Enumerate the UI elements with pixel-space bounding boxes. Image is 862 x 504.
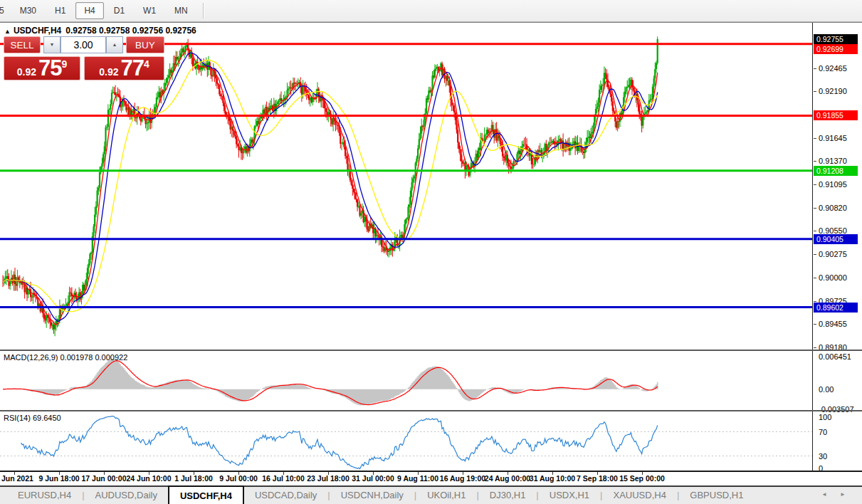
volume-increase-button[interactable]: ▲ [106,36,123,53]
macd-axis-label: 0.006451 [819,352,851,361]
main-macd-separator[interactable] [0,350,862,351]
price-tick-label: 0.92465 [819,64,847,73]
chart-tab-audusd[interactable]: AUDUSD,Daily [85,487,168,504]
time-tick-label: 7 Sep 18:00 [577,474,618,483]
price-tick-mark [814,68,816,69]
rsi-axis-label: 100 [819,413,831,421]
rsi-timeaxis-separator [0,471,862,472]
rsi-indicator-label: RSI(14) 69.6450 [4,414,61,422]
chart-ohlc-quotes: 0.92758 0.92758 0.92756 0.92756 [65,26,196,36]
price-tick-label: 0.91095 [819,180,847,189]
chevron-up-icon: ▲ [112,42,117,47]
volume-decrease-button[interactable]: ▼ [43,36,61,53]
price-tick-mark [814,347,816,348]
macd-indicator-label: MACD(12,26,9) 0.001978 0.000922 [4,353,127,362]
rsi-axis-label: 70 [819,428,827,436]
price-tick-label: 0.90000 [819,273,847,282]
chart-tab-usdcnh[interactable]: USDCNH,Daily [330,487,414,504]
time-tick-label: 1 Jul 18:00 [174,474,213,483]
buy-price-prefix: 0.92 [99,66,118,78]
chart-tab-usdcad[interactable]: USDCAD,Daily [244,487,327,504]
arrow-right-icon: ► [840,491,846,498]
time-axis[interactable]: 2 Jun 20219 Jun 18:0017 Jun 00:0024 Jun … [0,472,862,485]
chevron-down-icon: ▼ [50,42,55,47]
volume-field[interactable]: 3.00 [61,36,106,53]
price-tick-mark [814,161,816,162]
sell-price-prefix: 0.92 [17,66,36,78]
rsi-layer [0,416,812,469]
macd-layer [3,359,658,406]
time-tick-label: 31 Jul 00:00 [352,474,394,483]
tab-scroll-left-button[interactable]: ◄ [819,489,830,500]
sell-button[interactable]: SELL [4,36,41,53]
time-tick-label: 9 Jul 00:00 [219,474,258,483]
chart-tab-ukoil[interactable]: UKOil,H1 [416,487,476,504]
price-tick-mark [814,278,816,278]
chart-tab-eurusd[interactable]: EURUSD,H4 [7,487,82,504]
price-level-badge: 0.92755 [814,34,858,44]
time-tick-label: 23 Jul 18:00 [307,474,349,483]
price-tick-label: 0.91370 [819,157,847,165]
time-tick-label: 24 Aug 00:00 [485,474,530,483]
chart-symbol-period: USDCHF,H4 [14,26,61,36]
chart-tab-xauusd[interactable]: XAUUSD,H4 [603,487,677,504]
time-tick-label: 24 Jun 10:00 [126,474,171,483]
sell-price-pipette: 9 [61,58,67,80]
buy-price-display[interactable]: 0.92774 [84,56,164,80]
price-tick-mark [814,324,816,325]
price-tick-mark [814,91,816,92]
macd-rsi-separator[interactable] [0,410,862,411]
moving-averages-layer [3,48,658,325]
sell-price-display[interactable]: 0.92759 [4,56,80,80]
buy-button[interactable]: BUY [126,36,164,53]
time-tick-label: 16 Aug 19:00 [440,474,485,483]
price-tick-label: 0.92190 [819,87,847,95]
price-level-badge: 0.91208 [814,166,858,176]
time-tick-label: 9 Jun 18:00 [38,474,79,483]
price-tick-label: 0.91645 [819,134,847,142]
price-tick-label: 0.90820 [819,204,847,212]
chart-title: ▲USDCHF,H40.92758 0.92758 0.92756 0.9275… [4,26,196,36]
collapse-arrow-icon: ▲ [4,28,11,35]
price-tick-mark [814,254,816,255]
chart-tab-gbpusd[interactable]: GBPUSD,H1 [679,487,754,504]
hlines-layer[interactable] [0,44,812,308]
price-level-badge: 0.92699 [814,44,858,54]
time-tick-label: 2 Jun 2021 [0,474,33,483]
time-tick-label: 16 Jul 10:00 [262,474,305,483]
chart-tab-usdx[interactable]: USDX,H1 [539,487,600,504]
chart-tab-usdchf[interactable]: USDCHF,H4 [168,485,244,504]
price-tick-mark [814,184,816,185]
time-tick-label: 17 Jun 00:00 [81,474,126,483]
price-level-badge: 0.91855 [814,110,858,120]
macd-axis-label: 0.00 [819,385,834,394]
price-tick-label: 0.90275 [819,250,847,258]
tab-scroll-right-button[interactable]: ► [837,489,848,500]
buy-price-digits: 77 [120,57,143,80]
price-level-badge: 0.90405 [814,234,858,244]
price-tick-label: 0.89455 [819,320,847,328]
rsi-axis-label: 30 [819,452,827,461]
time-tick-label: 9 Aug 11:00 [397,474,438,483]
price-tick-mark [814,138,816,139]
buy-price-pipette: 4 [144,58,149,80]
sell-price-digits: 75 [38,57,61,80]
price-tick-mark [814,231,816,231]
price-level-badge: 0.89602 [814,303,858,313]
symbol-tab-bar: EURUSD,H4|AUDUSD,DailyUSDCHF,H4USDCAD,Da… [0,485,862,504]
arrow-left-icon: ◄ [821,491,827,498]
chart-tab-dj30[interactable]: DJ30,H1 [479,487,537,504]
time-tick-label: 31 Aug 10:00 [530,474,575,483]
price-axis[interactable]: 0.924650.921900.919150.916450.913700.910… [812,23,862,471]
time-tick-label: 15 Sep 00:00 [619,474,665,483]
price-tick-mark [814,208,816,209]
